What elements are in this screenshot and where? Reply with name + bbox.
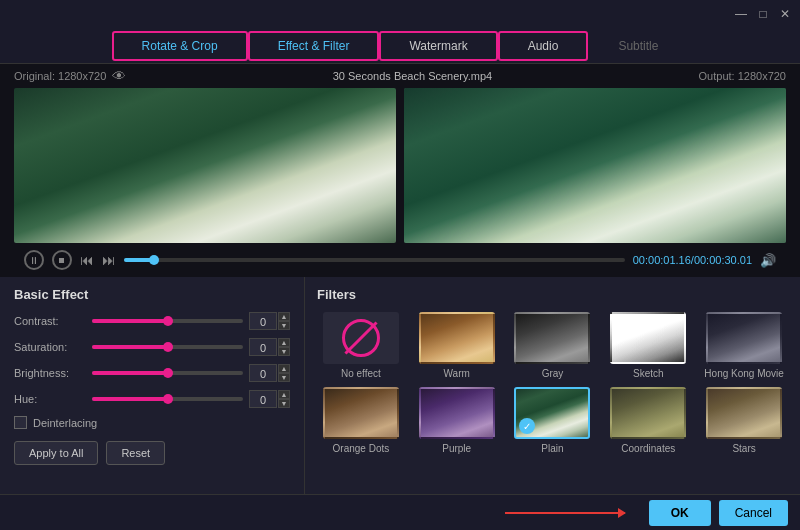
bottom-section: Basic Effect Contrast: 0 ▲ ▼ Saturation: [0, 277, 800, 530]
tab-watermark[interactable]: Watermark [379, 31, 497, 61]
hue-down[interactable]: ▼ [278, 399, 290, 408]
contrast-up[interactable]: ▲ [278, 312, 290, 321]
tab-rotate-crop[interactable]: Rotate & Crop [112, 31, 248, 61]
brightness-row: Brightness: 0 ▲ ▼ [14, 364, 290, 382]
video-filename: 30 Seconds Beach Scenery.mp4 [333, 70, 492, 82]
filter-warm[interactable]: Warm [413, 312, 501, 379]
playback-controls: ⏸ ⏹ ⏮ ⏭ 00:00:01.16/00:00:30.01 🔊 [10, 243, 790, 277]
filter-thumb-no-effect [323, 312, 399, 364]
deinterlacing-checkbox[interactable] [14, 416, 27, 429]
filter-thumb-gray [514, 312, 590, 364]
filter-label-stars: Stars [732, 443, 755, 454]
filter-thumb-plain: ✓ [514, 387, 590, 439]
brightness-value: 0 [249, 364, 277, 382]
close-button[interactable]: ✕ [778, 7, 792, 21]
right-panel: Filters No effect Warm Gray [305, 277, 800, 530]
filter-sketch[interactable]: Sketch [604, 312, 692, 379]
hue-slider[interactable] [92, 397, 243, 401]
filter-label-plain: Plain [541, 443, 563, 454]
saturation-stepper[interactable]: ▲ ▼ [278, 338, 290, 356]
tab-effect-filter[interactable]: Effect & Filter [248, 31, 380, 61]
video-info-row: Original: 1280x720 👁 30 Seconds Beach Sc… [10, 64, 790, 88]
filter-thumb-hk-movie [706, 312, 782, 364]
brightness-stepper[interactable]: ▲ ▼ [278, 364, 290, 382]
filter-stars[interactable]: Stars [700, 387, 788, 454]
filter-thumb-orange-dots [323, 387, 399, 439]
tab-subtitle[interactable]: Subtitle [588, 31, 688, 61]
brightness-up[interactable]: ▲ [278, 364, 290, 373]
hue-up[interactable]: ▲ [278, 390, 290, 399]
hue-row: Hue: 0 ▲ ▼ [14, 390, 290, 408]
filter-thumb-coordinates [610, 387, 686, 439]
output-resolution: Output: 1280x720 [699, 70, 786, 82]
saturation-label: Saturation: [14, 341, 86, 353]
filter-label-gray: Gray [542, 368, 564, 379]
basic-effect-title: Basic Effect [14, 287, 290, 302]
brightness-down[interactable]: ▼ [278, 373, 290, 382]
pause-button[interactable]: ⏸ [24, 250, 44, 270]
output-preview [404, 88, 786, 243]
filter-thumb-purple [419, 387, 495, 439]
left-panel: Basic Effect Contrast: 0 ▲ ▼ Saturation: [0, 277, 305, 530]
eye-icon[interactable]: 👁 [112, 68, 126, 84]
filter-label-warm: Warm [444, 368, 470, 379]
volume-icon[interactable]: 🔊 [760, 253, 776, 268]
filter-purple[interactable]: Purple [413, 387, 501, 454]
cancel-button[interactable]: Cancel [719, 500, 788, 526]
saturation-slider[interactable] [92, 345, 243, 349]
brightness-label: Brightness: [14, 367, 86, 379]
contrast-down[interactable]: ▼ [278, 321, 290, 330]
saturation-value: 0 [249, 338, 277, 356]
filter-thumb-sketch [610, 312, 686, 364]
contrast-slider[interactable] [92, 319, 243, 323]
saturation-up[interactable]: ▲ [278, 338, 290, 347]
minimize-button[interactable]: — [734, 7, 748, 21]
filter-no-effect[interactable]: No effect [317, 312, 405, 379]
video-previews [10, 88, 790, 243]
apply-to-all-button[interactable]: Apply to All [14, 441, 98, 465]
contrast-stepper[interactable]: ▲ ▼ [278, 312, 290, 330]
deinterlacing-row: Deinterlacing [14, 416, 290, 429]
bottom-bar: OK Cancel [0, 494, 800, 530]
filter-plain[interactable]: ✓ Plain [509, 387, 597, 454]
original-preview [14, 88, 396, 243]
filter-gray[interactable]: Gray [509, 312, 597, 379]
ok-button[interactable]: OK [649, 500, 711, 526]
next-frame-button[interactable]: ⏭ [102, 252, 116, 268]
stop-button[interactable]: ⏹ [52, 250, 72, 270]
filter-label-purple: Purple [442, 443, 471, 454]
saturation-down[interactable]: ▼ [278, 347, 290, 356]
original-resolution: Original: 1280x720 [14, 70, 106, 82]
filter-coordinates[interactable]: Coordinates [604, 387, 692, 454]
action-buttons: Apply to All Reset [14, 441, 290, 465]
arrow-indicator [12, 512, 641, 514]
prev-frame-button[interactable]: ⏮ [80, 252, 94, 268]
brightness-slider[interactable] [92, 371, 243, 375]
deinterlacing-label: Deinterlacing [33, 417, 97, 429]
contrast-row: Contrast: 0 ▲ ▼ [14, 312, 290, 330]
tab-audio[interactable]: Audio [498, 31, 589, 61]
filter-label-no-effect: No effect [341, 368, 381, 379]
filter-check-plain: ✓ [519, 418, 535, 434]
filter-hk-movie[interactable]: Hong Kong Movie [700, 312, 788, 379]
hue-stepper[interactable]: ▲ ▼ [278, 390, 290, 408]
filter-label-coordinates: Coordinates [621, 443, 675, 454]
tabs-bar: Rotate & Crop Effect & Filter Watermark … [0, 28, 800, 64]
contrast-label: Contrast: [14, 315, 86, 327]
maximize-button[interactable]: □ [756, 7, 770, 21]
contrast-value: 0 [249, 312, 277, 330]
filters-title: Filters [317, 287, 788, 302]
reset-button[interactable]: Reset [106, 441, 165, 465]
filter-thumb-stars [706, 387, 782, 439]
hue-label: Hue: [14, 393, 86, 405]
hue-value: 0 [249, 390, 277, 408]
saturation-row: Saturation: 0 ▲ ▼ [14, 338, 290, 356]
filter-thumb-warm [419, 312, 495, 364]
filter-label-hk-movie: Hong Kong Movie [704, 368, 784, 379]
filter-label-sketch: Sketch [633, 368, 664, 379]
filter-orange-dots[interactable]: Orange Dots [317, 387, 405, 454]
filter-label-orange-dots: Orange Dots [333, 443, 390, 454]
title-bar: — □ ✕ [0, 0, 800, 28]
filters-grid: No effect Warm Gray Sketch Hong Kong Mov… [317, 312, 788, 454]
progress-bar[interactable] [124, 258, 625, 262]
